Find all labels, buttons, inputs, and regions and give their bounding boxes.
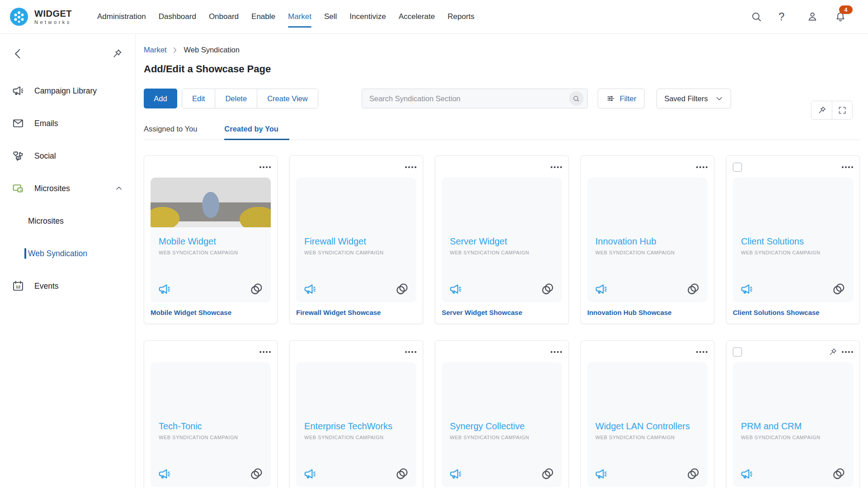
megaphone-icon[interactable] bbox=[594, 282, 608, 296]
sidebar-subitem-microsites[interactable]: Microsites bbox=[0, 205, 135, 237]
nav-sell[interactable]: Sell bbox=[324, 9, 337, 24]
sidebar-item-label: Events bbox=[34, 282, 59, 291]
filter-button[interactable]: Filter bbox=[598, 89, 645, 108]
card-menu-button[interactable] bbox=[259, 349, 271, 355]
card-menu-button[interactable] bbox=[696, 349, 708, 355]
card-tile: Widget LAN Controllers WEB SYNDICATION C… bbox=[587, 362, 708, 487]
card-menu-button[interactable] bbox=[551, 349, 562, 355]
card-title-link[interactable]: Client Solutions bbox=[741, 236, 845, 247]
card-menu-button[interactable] bbox=[842, 349, 853, 355]
card-showcase-link[interactable]: Mobile Widget Showcase bbox=[151, 309, 271, 316]
card-tile: Client Solutions WEB SYNDICATION CAMPAIG… bbox=[733, 178, 853, 302]
rings-icon[interactable] bbox=[540, 467, 555, 481]
rings-icon[interactable] bbox=[831, 467, 846, 481]
card-title-link[interactable]: Server Widget bbox=[450, 236, 554, 247]
rings-icon[interactable] bbox=[249, 282, 264, 296]
nav-reports[interactable]: Reports bbox=[448, 9, 475, 24]
tab-bar: Assigned to You Created by You bbox=[144, 120, 860, 140]
sidebar-item-social[interactable]: Social bbox=[0, 140, 135, 172]
card-showcase-link[interactable]: Client Solutions Showcase bbox=[733, 309, 853, 316]
card-showcase-link[interactable]: Firewall Widget Showcase bbox=[296, 309, 416, 316]
edit-button[interactable]: Edit bbox=[182, 89, 215, 108]
brand-name: WIDGET bbox=[34, 9, 72, 19]
megaphone-icon[interactable] bbox=[303, 467, 317, 481]
nav-incentivize[interactable]: Incentivize bbox=[349, 9, 386, 24]
rings-icon[interactable] bbox=[540, 282, 555, 296]
megaphone-icon[interactable] bbox=[158, 467, 171, 481]
card-image bbox=[442, 362, 562, 412]
card-pin-icon[interactable] bbox=[828, 347, 837, 357]
megaphone-icon[interactable] bbox=[740, 467, 754, 481]
nav-enable[interactable]: Enable bbox=[251, 9, 275, 24]
sidebar-item-microsites[interactable]: Microsites bbox=[0, 172, 135, 205]
rings-icon[interactable] bbox=[395, 282, 409, 296]
card-menu-button[interactable] bbox=[405, 349, 416, 355]
card-title-link[interactable]: Enterprise TechWorks bbox=[304, 421, 408, 432]
user-icon[interactable] bbox=[807, 11, 818, 23]
card-menu-button[interactable] bbox=[842, 164, 853, 170]
search-input[interactable] bbox=[369, 94, 569, 103]
card-menu-button[interactable] bbox=[405, 164, 416, 170]
card-subtitle: WEB SYNDICATION CAMPAIGN bbox=[741, 250, 845, 255]
create-view-button[interactable]: Create View bbox=[257, 89, 318, 108]
pin-page-button[interactable] bbox=[811, 101, 832, 119]
tab-created-by-you[interactable]: Created by You bbox=[224, 120, 289, 140]
sidebar-subitem-web-syndication[interactable]: Web Syndication bbox=[0, 237, 135, 270]
rings-icon[interactable] bbox=[249, 467, 264, 481]
nav-onboard[interactable]: Onboard bbox=[209, 9, 239, 24]
card-checkbox[interactable] bbox=[733, 163, 742, 172]
sidebar-item-events[interactable]: 12 Events bbox=[0, 270, 135, 302]
card-showcase-link[interactable]: Server Widget Showcase bbox=[442, 309, 562, 316]
sidebar-item-emails[interactable]: Emails bbox=[0, 107, 135, 140]
delete-button[interactable]: Delete bbox=[215, 89, 257, 108]
card-subtitle: WEB SYNDICATION CAMPAIGN bbox=[741, 435, 845, 440]
card-menu-button[interactable] bbox=[259, 164, 271, 170]
search-box bbox=[362, 89, 588, 108]
chevron-up-icon[interactable] bbox=[114, 184, 123, 193]
rings-icon[interactable] bbox=[686, 282, 700, 296]
rings-icon[interactable] bbox=[831, 282, 846, 296]
brand-logo[interactable]: WIDGET Networks bbox=[0, 7, 97, 27]
megaphone-icon[interactable] bbox=[449, 282, 462, 296]
megaphone-icon[interactable] bbox=[740, 282, 754, 296]
card-title-link[interactable]: Synergy Collective bbox=[450, 421, 554, 432]
megaphone-icon[interactable] bbox=[303, 282, 317, 296]
card-title-link[interactable]: PRM and CRM bbox=[741, 421, 845, 432]
card-image bbox=[151, 178, 271, 227]
sidebar-collapse-icon[interactable] bbox=[12, 47, 24, 60]
sidebar-item-label: Campaign Library bbox=[34, 86, 97, 96]
saved-filters-dropdown[interactable]: Saved Filters bbox=[656, 89, 731, 108]
bell-icon[interactable]: 4 bbox=[835, 11, 846, 23]
megaphone-icon[interactable] bbox=[594, 467, 608, 481]
nav-administration[interactable]: Administration bbox=[97, 9, 146, 24]
card-title-link[interactable]: Mobile Widget bbox=[159, 236, 263, 247]
search-submit-icon[interactable] bbox=[569, 91, 584, 106]
tab-assigned-to-you[interactable]: Assigned to You bbox=[144, 120, 208, 140]
megaphone-icon[interactable] bbox=[158, 282, 171, 296]
nav-dashboard[interactable]: Dashboard bbox=[159, 9, 196, 24]
card-menu-button[interactable] bbox=[551, 164, 562, 170]
card-image bbox=[733, 178, 853, 227]
card-menu-button[interactable] bbox=[696, 164, 708, 170]
card-title-link[interactable]: Widget LAN Controllers bbox=[595, 421, 699, 432]
breadcrumb-market-link[interactable]: Market bbox=[144, 46, 166, 54]
sidebar-item-campaign-library[interactable]: Campaign Library bbox=[0, 75, 135, 107]
megaphone-icon[interactable] bbox=[449, 467, 462, 481]
sidebar-pin-icon[interactable] bbox=[112, 48, 123, 59]
social-icon bbox=[12, 150, 24, 162]
help-icon[interactable]: ? bbox=[778, 11, 790, 23]
nav-accelerate[interactable]: Accelerate bbox=[399, 9, 435, 24]
rings-icon[interactable] bbox=[395, 467, 409, 481]
card-title-link[interactable]: Innovation Hub bbox=[595, 236, 699, 247]
card-subtitle: WEB SYNDICATION CAMPAIGN bbox=[450, 250, 554, 255]
expand-fullscreen-button[interactable] bbox=[832, 101, 852, 119]
showcase-card: Enterprise TechWorks WEB SYNDICATION CAM… bbox=[289, 340, 423, 488]
search-icon[interactable] bbox=[750, 11, 762, 23]
card-checkbox[interactable] bbox=[733, 347, 742, 357]
card-title-link[interactable]: Firewall Widget bbox=[304, 236, 408, 247]
nav-market[interactable]: Market bbox=[288, 9, 311, 24]
rings-icon[interactable] bbox=[686, 467, 700, 481]
card-title-link[interactable]: Tech-Tonic bbox=[159, 421, 263, 432]
card-showcase-link[interactable]: Innovation Hub Showcase bbox=[587, 309, 708, 316]
add-button[interactable]: Add bbox=[144, 89, 177, 108]
